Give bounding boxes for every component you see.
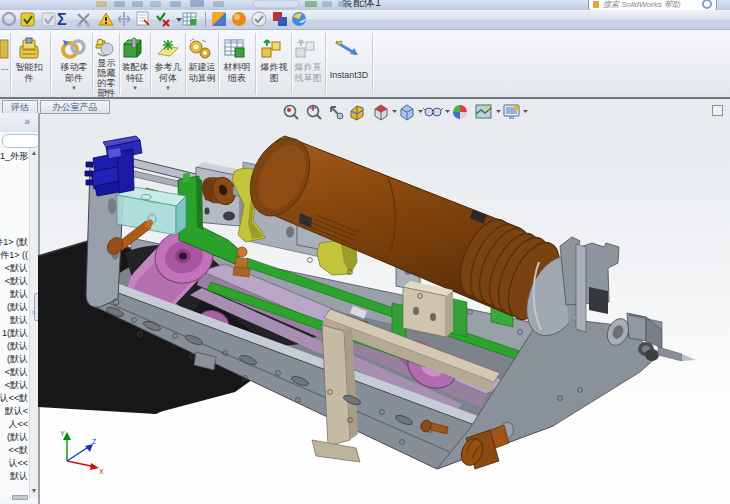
svg-text:X: X [99,468,104,475]
svg-text:Y: Y [60,430,65,437]
svg-text:Σ: Σ [57,11,67,28]
svg-text:Z: Z [92,438,97,445]
